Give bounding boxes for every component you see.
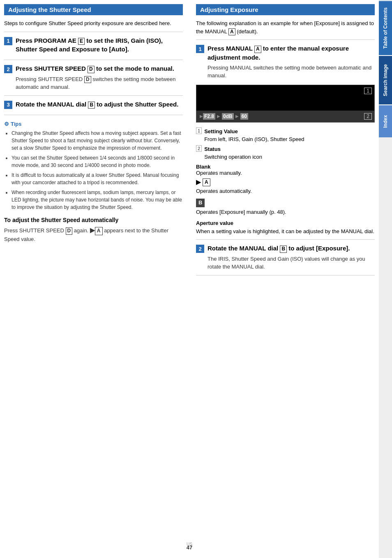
image-label-1: 1 xyxy=(364,88,372,94)
manual-row: B xyxy=(196,199,375,207)
blank-label: Blank xyxy=(196,164,210,170)
sub-section-text: Press SHUTTER SPEED D again. ▶A appears … xyxy=(4,226,183,243)
country-code: US xyxy=(187,542,192,546)
badge-d-3: D xyxy=(66,227,73,235)
right-divider-3 xyxy=(196,275,375,276)
legend-2-text: Status Switching operation icon xyxy=(204,145,375,161)
divider-2 xyxy=(4,60,183,60)
legend-badge-2: 2 xyxy=(196,145,202,152)
divider-1 xyxy=(4,32,183,32)
step-2-desc: Pressing SHUTTER SPEED D switches the se… xyxy=(16,75,183,91)
aperture-section: Aperture value When a setting value is h… xyxy=(196,219,375,235)
right-divider-1 xyxy=(196,39,375,40)
auto-operates-text: Operates automatically. xyxy=(196,187,375,195)
legend-badge-1: 1 xyxy=(196,127,202,134)
tips-section: ⚙ Tips Changing the Shutter Speed affect… xyxy=(4,121,183,211)
badge-a-intro: A xyxy=(228,28,235,36)
image-label-2: 2 xyxy=(364,113,372,120)
right-intro: The following explanation is an example … xyxy=(196,19,375,35)
tips-icon: ⚙ xyxy=(4,121,9,127)
main-content: Adjusting the Shutter Speed Steps to con… xyxy=(0,0,379,558)
badge-a-step1: A xyxy=(254,46,261,53)
tips-label: Tips xyxy=(11,121,22,127)
step-1-content: Press PROGRAM AE E to set the IRIS, Gain… xyxy=(16,36,183,56)
right-section-header: Adjusting Exposure xyxy=(196,4,375,15)
blank-text: Operates manually. xyxy=(196,170,242,176)
exposure-display: 1 2 ▶ F2.8 ▶ 0dB ▶ 60 xyxy=(196,85,375,123)
auto-icon: ▶ xyxy=(90,227,95,234)
badge-a-auto: A xyxy=(203,178,210,187)
left-step-3: 3 Rotate the MANUAL dial B to adjust the… xyxy=(4,100,183,111)
legend-1-text: Setting Value From left, IRIS, Gain (ISO… xyxy=(204,127,375,144)
page-container: Adjusting the Shutter Speed Steps to con… xyxy=(0,0,392,558)
right-step-num-2: 2 xyxy=(196,245,204,253)
tip-4: When recording under fluorescent lamps, … xyxy=(12,189,183,211)
step-num-2: 2 xyxy=(4,65,12,73)
page-footer: US 47 xyxy=(4,541,375,554)
legend-1: 1 Setting Value From left, IRIS, Gain (I… xyxy=(196,127,375,144)
arrow-2: ▶ xyxy=(217,114,220,118)
step-2-content: Press SHUTTER SPEED D to set the mode to… xyxy=(16,64,183,91)
tips-header: ⚙ Tips xyxy=(4,121,183,127)
right-step-num-1: 1 xyxy=(196,45,204,53)
left-intro: Steps to configure Shutter Speed priorit… xyxy=(4,19,183,28)
tips-list: Changing the Shutter Speed affects how a… xyxy=(4,130,183,211)
badge-e-1: E xyxy=(78,38,85,45)
tab-index[interactable]: Index xyxy=(379,104,392,137)
right-step-1-title: Press MANUAL A to enter the manual expos… xyxy=(208,44,375,62)
legend-2-desc: Switching operation icon xyxy=(204,154,262,160)
tab-toc-label: Table of Contents xyxy=(383,7,388,49)
left-column: Adjusting the Shutter Speed Steps to con… xyxy=(4,4,186,541)
badge-b-right: B xyxy=(280,245,287,253)
aperture-title: Aperture value xyxy=(196,219,375,227)
exp-gain: 0dB xyxy=(222,113,234,120)
icon-a-sub: A xyxy=(95,227,103,235)
left-step-2: 2 Press SHUTTER SPEED D to set the mode … xyxy=(4,64,183,91)
step-num-3: 3 xyxy=(4,101,12,109)
arrow-1: ▶ xyxy=(200,114,203,118)
step-1-title: Press PROGRAM AE E to set the IRIS, Gain… xyxy=(16,36,183,54)
step-2-title: Press SHUTTER SPEED D to set the mode to… xyxy=(16,64,183,73)
right-step-2-desc: The IRIS, Shutter Speed and Gain (ISO) v… xyxy=(208,255,375,271)
sub-section-title: To adjust the Shutter Speed automaticall… xyxy=(4,217,183,223)
right-step-2-content: Rotate the MANUAL dial B to adjust [Expo… xyxy=(208,244,375,271)
divider-3 xyxy=(4,95,183,96)
step-num-1: 1 xyxy=(4,37,12,45)
tab-search-label: Search image xyxy=(383,64,388,96)
left-step-1: 1 Press PROGRAM AE E to set the IRIS, Ga… xyxy=(4,36,183,56)
right-step-2: 2 Rotate the MANUAL dial B to adjust [Ex… xyxy=(196,244,375,271)
left-section-title: Adjusting the Shutter Speed xyxy=(8,6,91,13)
auto-row: ▶ A xyxy=(196,178,375,187)
legend-2: 2 Status Switching operation icon xyxy=(196,145,375,161)
badge-d-1: D xyxy=(88,66,95,73)
tip-3: It is difficult to focus automatically a… xyxy=(12,171,183,186)
right-step-1: 1 Press MANUAL A to enter the manual exp… xyxy=(196,44,375,80)
step-3-title: Rotate the MANUAL dial B to adjust the S… xyxy=(16,100,183,109)
exposure-bar: ▶ F2.8 ▶ 0dB ▶ 60 xyxy=(196,111,374,122)
right-step-1-desc: Pressing MANUAL switches the setting mod… xyxy=(208,64,375,80)
step-3-content: Rotate the MANUAL dial B to adjust the S… xyxy=(16,100,183,111)
aperture-text: When a setting value is highlighted, it … xyxy=(196,227,375,236)
badge-d-2: D xyxy=(84,76,91,83)
right-divider-2 xyxy=(196,239,375,240)
tab-search-image[interactable]: Search image xyxy=(379,55,392,104)
exp-shutter: 60 xyxy=(240,113,248,120)
exposure-image-inner: 1 2 ▶ F2.8 ▶ 0dB ▶ 60 xyxy=(196,85,374,122)
two-col: Adjusting the Shutter Speed Steps to con… xyxy=(4,4,375,541)
legend-1-desc: From left, IRIS, Gain (ISO), Shutter Spe… xyxy=(204,136,304,142)
exp-iris: F2.8 xyxy=(203,113,215,120)
tip-1: Changing the Shutter Speed affects how a… xyxy=(12,130,183,152)
tab-table-of-contents[interactable]: Table of Contents xyxy=(379,0,392,55)
legend-2-title: Status xyxy=(204,146,221,152)
left-section-header: Adjusting the Shutter Speed xyxy=(4,4,183,15)
right-column: Adjusting Exposure The following explana… xyxy=(193,4,375,541)
tab-index-label: Index xyxy=(383,115,388,128)
right-step-2-title: Rotate the MANUAL dial B to adjust [Expo… xyxy=(208,244,375,253)
manual-operates-text: Operates [Exposure] manually (p. 48). xyxy=(196,208,375,216)
arrow-3: ▶ xyxy=(235,114,239,118)
badge-b-left: B xyxy=(88,102,95,109)
right-step-1-content: Press MANUAL A to enter the manual expos… xyxy=(208,44,375,80)
badge-b-manual: B xyxy=(196,199,205,207)
side-tabs: Table of Contents Search image Index xyxy=(379,0,392,558)
auto-arrow-icon: ▶ xyxy=(196,178,201,186)
